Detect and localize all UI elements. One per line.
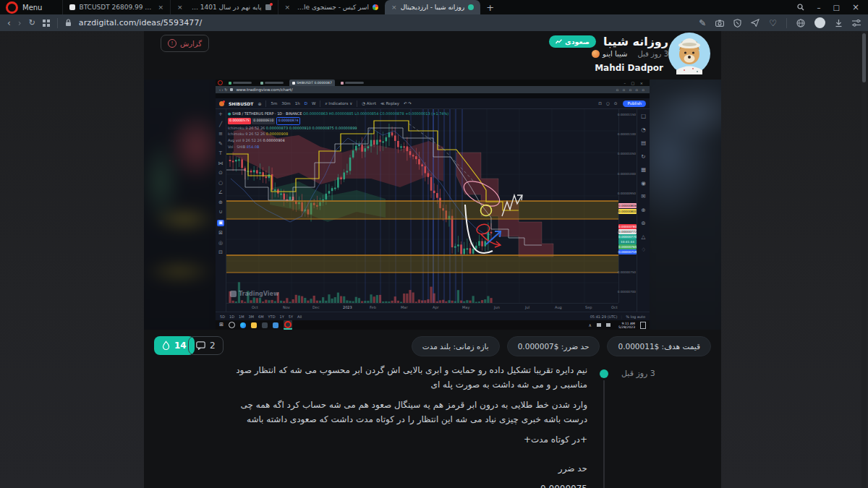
target-price-pill: قیمت هدف: $0.000011 xyxy=(607,336,711,356)
tab-btcusdt[interactable]: BTCUSDT 26809.99 ▼ −1.47% × xyxy=(62,0,170,14)
timeline-time-ago: 3 روز قبل xyxy=(621,369,655,378)
taskbar-search-icon xyxy=(229,322,235,328)
time-ago-label: 3 روز قبل xyxy=(637,50,668,58)
page-scrollbar-thumb[interactable] xyxy=(862,33,866,82)
author-avatar[interactable] xyxy=(668,33,710,74)
tv-range-button[interactable]: 1Y xyxy=(280,314,284,319)
tv-tool-icon[interactable]: ⋈ xyxy=(218,161,224,166)
tv-tool-icon[interactable]: ⊕ xyxy=(218,200,223,205)
tv-panel-icon[interactable]: ◉ xyxy=(641,181,646,187)
tv-tool-icon[interactable]: ✎ xyxy=(218,142,223,147)
body-paragraph: +در کوتاه مدت+ xyxy=(215,432,587,447)
time-axis-label: Jun xyxy=(494,305,500,309)
tv-range-buttons: 5D1D1M3M6MYTD1Y5YAll xyxy=(220,314,302,319)
lock-icon xyxy=(65,19,72,27)
author-name[interactable]: Mahdi Dadpor xyxy=(595,63,663,73)
price-tick: 0.00000750 xyxy=(618,270,636,274)
tv-tool-icon[interactable]: ▣ xyxy=(217,220,225,226)
price-tick: 0.00000700 xyxy=(618,290,636,294)
forward-button[interactable]: › xyxy=(18,19,22,27)
download-icon[interactable] xyxy=(835,19,843,27)
tv-panel-icon[interactable]: ◔ xyxy=(641,127,646,133)
url-text[interactable]: arzdigital.com/ideas/5593477/ xyxy=(79,18,203,27)
mini-browser-tab-bar: SHIBUSDT 0.0000087 – □ × xyxy=(216,80,650,86)
time-axis-label: Jul xyxy=(525,305,529,309)
idea-subheader: 3 روز قبل شیبا اینو xyxy=(462,50,668,58)
tv-range-button[interactable]: 6M xyxy=(258,314,264,319)
flow-send-icon[interactable] xyxy=(751,19,760,27)
tab-arzdigital-active[interactable]: روزانه شیبا - ارزدیجیتال × xyxy=(385,0,480,14)
settings-sliders-icon[interactable] xyxy=(852,20,861,27)
tab-school-program[interactable]: پایه نهم در سال 1401 + برنامه × xyxy=(170,0,278,14)
tv-panel-icon[interactable]: ▦ xyxy=(641,167,646,173)
tv-range-button[interactable]: 1D xyxy=(229,314,234,319)
tv-right-sidebar: □◔▤↻▦◉✉⊕⊚△♢ xyxy=(637,109,650,320)
profile-avatar-icon[interactable] xyxy=(814,17,825,28)
body-paragraph: حد ضرر xyxy=(215,461,587,476)
comments-button[interactable]: 2 xyxy=(188,336,224,355)
tv-panel-icon[interactable]: □ xyxy=(641,114,646,119)
new-tab-button[interactable]: + xyxy=(486,2,494,13)
coin-tag[interactable]: شیبا اینو xyxy=(592,50,627,58)
page-title: روزانه شیبا xyxy=(603,35,668,48)
chart-image-container[interactable]: SHIBUSDT 0.0000087 – □ × ‹ › ↻ www.tradi… xyxy=(144,80,721,330)
search-icon[interactable] xyxy=(797,4,804,11)
back-button[interactable]: ‹ xyxy=(7,19,11,27)
tab-close-icon[interactable]: × xyxy=(391,4,397,11)
bookmark-heart-icon[interactable]: ♡ xyxy=(769,19,777,27)
tab-close-icon[interactable]: × xyxy=(158,4,163,11)
mini-tab xyxy=(338,80,367,86)
tv-tool-icon[interactable]: ⊟ xyxy=(218,250,223,255)
speed-dial-icon[interactable] xyxy=(43,20,50,27)
snapshot-camera-icon[interactable] xyxy=(715,20,724,27)
tray-volume-icon xyxy=(606,323,610,327)
tv-panel-icon[interactable]: ↻ xyxy=(641,154,645,160)
tv-range-button[interactable]: 1M xyxy=(239,314,244,319)
tv-panel-icon[interactable]: ▤ xyxy=(641,140,646,146)
tv-tool-icon[interactable]: ∪ xyxy=(218,210,222,215)
close-button[interactable]: × xyxy=(852,2,859,12)
tv-range-button[interactable]: 5D xyxy=(220,314,225,319)
tv-tool-icon[interactable]: + xyxy=(218,112,223,117)
tab-close-icon[interactable]: × xyxy=(285,4,291,11)
mini-window-controls: – □ × xyxy=(624,81,647,85)
tab-close-icon[interactable]: × xyxy=(177,4,183,11)
tv-tool-icon[interactable]: ◎ xyxy=(218,241,223,246)
tv-tool-icon[interactable]: T xyxy=(219,151,222,156)
opera-logo-icon[interactable] xyxy=(6,1,18,14)
mini-lock-icon xyxy=(230,88,233,91)
windows-taskbar: ⊞ ∧ 9:11 AM5/28/2023 xyxy=(216,320,650,330)
minimize-button[interactable]: – xyxy=(817,4,820,12)
edit-icon[interactable]: ✎ xyxy=(699,19,706,27)
tv-panel-icon[interactable]: △ xyxy=(642,234,646,240)
idea-body-text: نیم دایره تقریبا تشکیل داده رو حمایت و ا… xyxy=(215,363,587,488)
tv-tool-icon[interactable]: ∠ xyxy=(218,190,223,195)
tv-tool-icon[interactable]: ╱ xyxy=(219,122,222,127)
browser-menu-button[interactable]: Menu xyxy=(22,4,42,12)
tv-panel-icon[interactable]: ⊚ xyxy=(641,221,645,226)
adblock-shield-icon[interactable] xyxy=(733,19,741,27)
price-label-current: 0.00000772 xyxy=(618,229,637,234)
tv-panel-icon[interactable]: ♢ xyxy=(641,247,646,253)
vpn-globe-icon[interactable] xyxy=(796,19,805,27)
tv-tool-icon[interactable]: ⊠ xyxy=(218,231,223,236)
tv-range-button[interactable]: YTD xyxy=(268,314,276,319)
reload-button[interactable]: ↻ xyxy=(29,19,35,27)
tv-panel-icon[interactable]: ✉ xyxy=(641,194,645,200)
idea-header: روزانه شیبا صعودی xyxy=(462,35,668,48)
tv-tool-icon[interactable]: ○ xyxy=(218,181,223,186)
report-button[interactable]: ! گزارش xyxy=(161,35,209,52)
tv-tool-icon[interactable]: ≡ xyxy=(218,132,223,137)
tv-panel-icon[interactable]: ⊕ xyxy=(641,207,645,213)
tv-range-button[interactable]: 3M xyxy=(249,314,255,319)
tv-tool-icon[interactable]: ⊙ xyxy=(218,171,223,176)
maximize-button[interactable]: □ xyxy=(833,4,839,12)
tab-google-search[interactable]: اسر کیس - جستجوی Google × xyxy=(278,0,386,14)
price-tick: 0.00001100 xyxy=(618,132,636,136)
tv-range-button[interactable]: 5Y xyxy=(289,314,293,319)
file-explorer-icon xyxy=(251,322,257,328)
timeline-dot xyxy=(600,369,608,378)
page-scrollbar-track[interactable] xyxy=(861,31,867,488)
time-axis-label: Mar xyxy=(401,305,407,309)
tv-range-button[interactable]: All xyxy=(297,314,302,319)
